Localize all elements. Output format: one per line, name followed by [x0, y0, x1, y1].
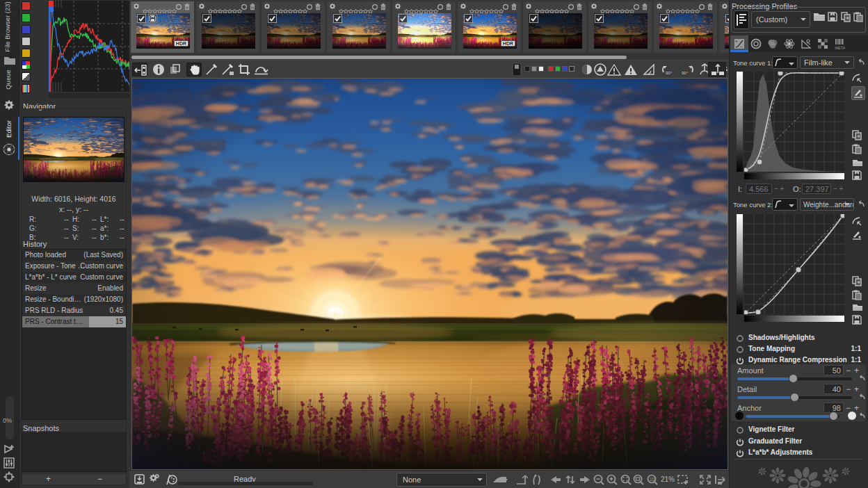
svg-text:90°: 90°	[682, 71, 689, 75]
svg-text:10: 10	[650, 477, 655, 482]
svg-text:90°: 90°	[666, 71, 673, 75]
svg-text:−: −	[740, 44, 743, 49]
svg-text:+: +	[735, 39, 738, 43]
svg-text:META: META	[835, 46, 846, 50]
